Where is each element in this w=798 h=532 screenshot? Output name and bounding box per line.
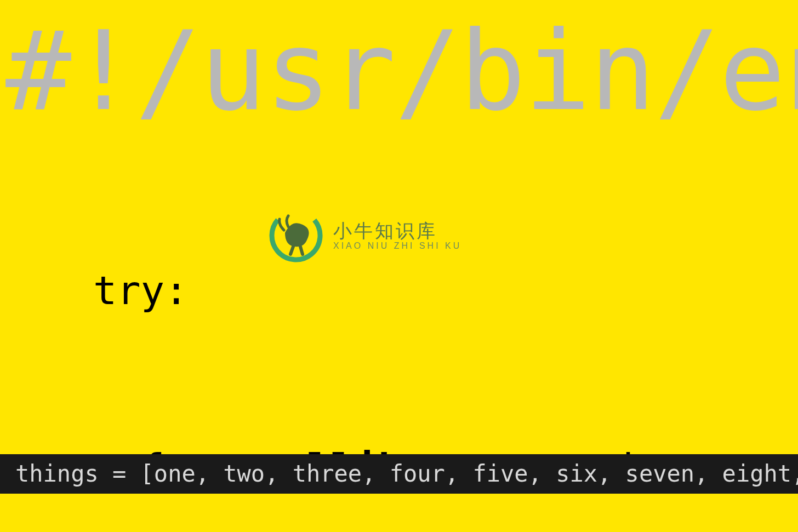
bottom-code-bar: things = [one, two, three, four, five, s… (0, 454, 798, 494)
code-line-try: try: (93, 261, 798, 320)
shebang-line: #!/usr/bin/env (5, 16, 798, 126)
